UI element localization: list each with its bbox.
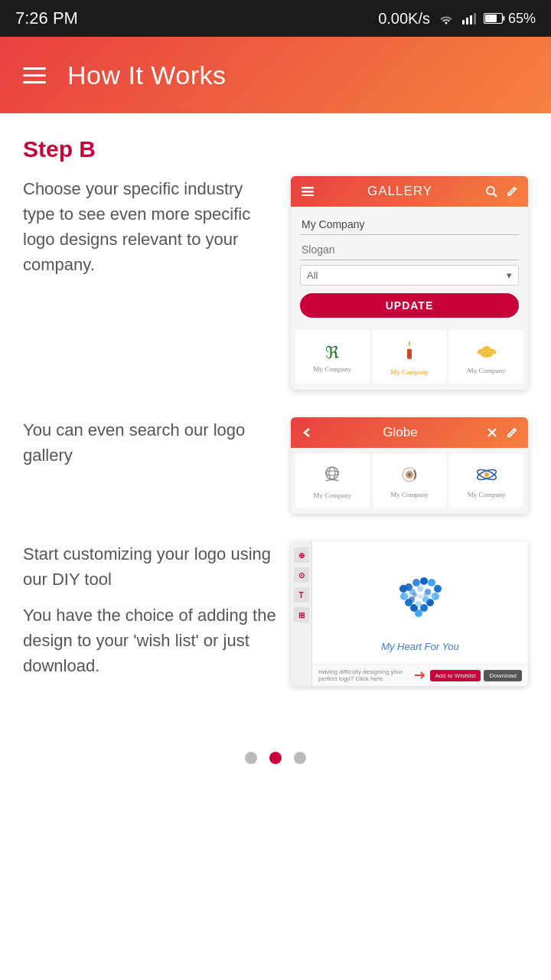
dot-3[interactable] [294, 752, 306, 764]
mock-all-label: All [307, 270, 318, 281]
mock-logo-label-3: My Company [468, 367, 506, 374]
svg-rect-12 [407, 350, 412, 359]
diy-arrow-icon [415, 671, 427, 679]
mock-update-button[interactable]: UPDATE [300, 293, 519, 318]
gallery-mock-screen: GALLERY All ▾ [291, 176, 528, 390]
mock-back-icon [302, 426, 314, 439]
mock-gallery-header: GALLERY [291, 176, 528, 207]
time: 7:26 PM [15, 8, 78, 28]
mock-globe-icon-1 [321, 465, 344, 489]
pagination [0, 729, 551, 779]
section-2: You can even search our logo gallery Glo… [23, 417, 528, 514]
section-3-text: Start customizing your logo using our DI… [23, 541, 277, 678]
wifi-icon [438, 12, 455, 24]
svg-line-11 [494, 194, 497, 197]
signal-icon [462, 12, 476, 24]
svg-rect-5 [485, 15, 497, 22]
mock-globe-label-3: My Company [468, 491, 506, 498]
mock-logo-label-2: My Company [390, 368, 429, 376]
diy-tool-2[interactable]: ⊙ [294, 567, 309, 583]
svg-point-50 [412, 593, 417, 597]
svg-rect-3 [474, 13, 476, 24]
svg-point-34 [434, 585, 442, 593]
main-content: Step B Choose your specific industry typ… [0, 113, 551, 729]
network-speed: 0.00K/s [378, 10, 430, 28]
svg-rect-9 [302, 194, 314, 196]
svg-point-22 [326, 471, 338, 475]
mock-logo-item-1[interactable]: ℜ My Company [295, 330, 370, 384]
mock-close-icon [487, 427, 497, 438]
battery-icon: 65% [484, 11, 536, 27]
svg-point-26 [408, 473, 411, 476]
diy-main: My Heart For You Having difficulty desig… [312, 541, 528, 686]
mock-logo-item-3[interactable]: My Company [449, 330, 523, 384]
diy-tool-4[interactable]: ⊞ [294, 607, 309, 622]
mock-gallery-title: GALLERY [314, 184, 486, 199]
mock-edit-icon [507, 186, 517, 197]
diy-tool-1[interactable]: ⊕ [294, 547, 309, 563]
svg-rect-7 [302, 187, 314, 189]
dot-2[interactable] [269, 752, 282, 764]
mock-globe-icon-3 [475, 466, 498, 488]
mock-logo-grid: ℜ My Company My Company [291, 330, 528, 390]
globe-mock-screen: Globe [291, 417, 528, 514]
status-bar: 7:26 PM 0.00K/s 65% [0, 0, 551, 37]
dot-1[interactable] [245, 752, 257, 764]
mock-category-select[interactable]: All ▾ [300, 265, 519, 286]
mock-search-icon [486, 186, 497, 198]
svg-point-33 [428, 579, 435, 586]
page-title: How It Works [67, 60, 227, 90]
section-1: Choose your specific industry type to se… [23, 176, 528, 390]
diy-tool-3[interactable]: T [294, 587, 309, 603]
svg-point-51 [423, 593, 428, 597]
mock-logo-icon-1: ℜ [325, 343, 339, 363]
section-3-text2: You have the choice of adding the design… [23, 603, 277, 678]
mock-logo-label-1: My Company [313, 365, 351, 373]
svg-point-49 [418, 594, 422, 599]
diy-download-button[interactable]: Download [484, 670, 522, 681]
mock-form: All ▾ UPDATE [291, 207, 528, 330]
svg-point-10 [487, 187, 494, 194]
diy-footer: Having difficulty designing your perfect… [312, 664, 528, 686]
mock-globe-item-2[interactable]: My Company [373, 454, 447, 508]
mock-globe-label-1: My Company [313, 492, 351, 499]
diy-canvas: My Heart For You [312, 541, 528, 664]
svg-point-47 [416, 601, 422, 607]
mock-globe-item-3[interactable]: My Company [449, 454, 523, 508]
svg-point-29 [484, 472, 489, 477]
svg-point-44 [417, 586, 423, 592]
diy-logo-text: My Heart For You [381, 641, 459, 652]
diy-footer-text: Having difficulty designing your perfect… [318, 668, 412, 682]
svg-point-32 [420, 577, 428, 585]
app-header: How It Works [0, 37, 551, 113]
svg-point-13 [407, 349, 412, 351]
mock-edit2-icon [507, 427, 517, 438]
mock-chevron-icon: ▾ [507, 270, 512, 281]
mock-globe-label-2: My Company [390, 491, 429, 498]
svg-point-31 [412, 579, 420, 586]
svg-point-20 [326, 467, 338, 479]
mock-logo-icon-2 [402, 339, 417, 366]
diy-mock-screen: ⊕ ⊙ T ⊞ [291, 541, 528, 686]
mock-menu-icon [302, 187, 314, 196]
diy-sidebar: ⊕ ⊙ T ⊞ [291, 541, 312, 686]
section-3-text1: Start customizing your logo using our DI… [23, 541, 277, 592]
mock-slogan-input[interactable] [300, 240, 519, 260]
svg-point-46 [422, 596, 429, 603]
mock-logo-icon-3 [477, 341, 497, 364]
mock-logo-item-2[interactable]: My Company [373, 330, 447, 384]
mock-globe-item-1[interactable]: My Company [295, 454, 370, 508]
svg-rect-0 [462, 20, 465, 24]
step-b-heading: Step B [23, 136, 528, 162]
svg-point-21 [329, 467, 335, 479]
mock-company-input[interactable] [300, 214, 519, 235]
status-icons: 0.00K/s 65% [378, 10, 536, 28]
section-3: Start customizing your logo using our DI… [23, 541, 528, 686]
mock-globe-grid: My Company My Company [291, 448, 528, 514]
mock-globe-icon-2 [399, 466, 420, 488]
menu-button[interactable] [23, 67, 46, 83]
diy-wishlist-button[interactable]: Add to Wishlist [430, 670, 481, 681]
svg-rect-6 [503, 16, 505, 21]
svg-rect-1 [466, 18, 468, 24]
svg-point-17 [483, 346, 491, 352]
